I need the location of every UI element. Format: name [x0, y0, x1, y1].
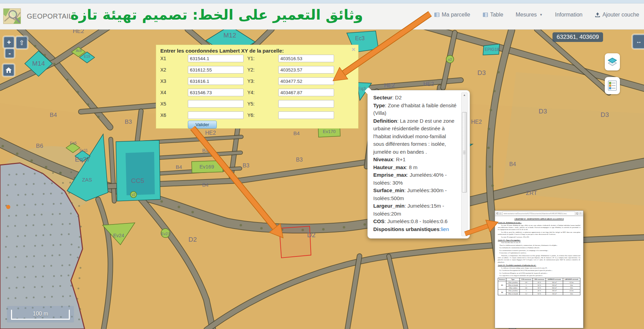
popup-scrollbar[interactable]: ▲	[461, 92, 468, 236]
scrollbar-grip	[463, 151, 465, 154]
dispositions-link[interactable]: lien	[441, 226, 449, 232]
regulation-document-preview[interactable]: C ⌂ www.autaza.ma/DocumentsAUT/Documents…	[495, 210, 583, 328]
zone-label-ZRT: ZRT	[526, 190, 537, 196]
article-paragraph: -Le Coefficient d'occupation du Sol (COS…	[499, 270, 580, 272]
y-label: Y6:	[247, 112, 255, 118]
x-label: X5	[160, 101, 166, 107]
y3-input[interactable]	[278, 77, 334, 85]
zone-label-EPIG18: EPIG18	[485, 47, 499, 52]
x-label: X4	[160, 90, 166, 95]
menu-ma-parcelle[interactable]: Ma parcelle	[434, 12, 470, 18]
zone-label-D2: D2	[307, 231, 315, 239]
y5-input[interactable]	[278, 100, 334, 108]
article-paragraph: La zone D (zone d'habitat de type villa)…	[498, 224, 580, 231]
menu-table[interactable]: Table	[483, 12, 503, 18]
zone-label-M12: M12	[224, 32, 236, 39]
valider-button[interactable]: Valider	[188, 121, 217, 129]
coordinate-row-5: X5Y5:	[156, 100, 358, 108]
article-heading: Article 25 : Types d'occupation :	[498, 239, 580, 241]
zone-label-Eq5: Eq5	[70, 141, 77, 145]
layers-button[interactable]	[605, 53, 620, 70]
zone-label-v2: v2	[132, 193, 136, 197]
table-grid-icon	[434, 12, 440, 18]
home-icon-small: ⌂	[500, 212, 501, 215]
scrollbar-thumb[interactable]	[462, 112, 467, 193]
menu-information[interactable]: Information	[555, 12, 582, 18]
top-bar: GEOPORTAIL وثائق التعمير على الخط: تصميم…	[0, 0, 644, 30]
y1-input[interactable]	[278, 55, 334, 62]
coordinate-row-1: X1Y1:	[156, 55, 358, 63]
zoom-in-button[interactable]: +	[3, 36, 14, 48]
zone-label-B3: B3	[296, 157, 303, 163]
url-bar: www.autaza.ma/DocumentsAUT/DocumentsUrba…	[502, 211, 575, 216]
zone-label-Ev24: Ev24	[113, 233, 124, 238]
zone-label-Ec3: Ec3	[355, 35, 365, 41]
zone-label-B4: B4	[509, 161, 516, 167]
home-button[interactable]	[3, 64, 14, 76]
zone-label-CC5: CC5	[131, 177, 144, 184]
panel-resize-button[interactable]: ↔	[632, 34, 644, 49]
info-field: Type: Zone d'habitat à faible densité (V…	[373, 102, 458, 117]
article-heading: Article 24 : Définition de la zone :	[498, 222, 580, 224]
menu-label: Information	[555, 12, 582, 18]
zone-label-Ac8: Ac8	[76, 49, 82, 53]
menu-ajouter-couche[interactable]: Ajouter couche	[595, 12, 639, 18]
zone-label-D2: D2	[189, 236, 197, 243]
close-icon[interactable]: ×	[352, 46, 355, 53]
dialog-title: Entrer les coordonnées Lambert XY de la …	[160, 48, 284, 54]
sector-info-popup: Secteur: D2Type: Zone d'habitat à faible…	[367, 90, 470, 239]
zone-label-HE2: HE2	[423, 81, 434, 87]
zone-label-B4: B4	[50, 112, 57, 118]
zone-label-Ev170: Ev170	[323, 129, 336, 134]
selected-parcel-outline[interactable]	[279, 226, 311, 258]
info-field: Surface_min: Jumelées:300m - Isolées:500…	[373, 187, 458, 202]
y4-input[interactable]	[278, 89, 334, 96]
menu-label: Ajouter couche	[602, 12, 639, 18]
info-field: COS: Jumelées:0.8 - Isolées:0.6	[373, 218, 458, 226]
pan-north-button[interactable]: ⇧	[16, 36, 28, 49]
coordinate-row-3: X3Y3:	[156, 77, 358, 86]
menu-label: Table	[490, 12, 503, 18]
zoom-out-button[interactable]: -	[5, 48, 14, 58]
x-label: X3	[160, 78, 166, 84]
orange-marker	[6, 205, 10, 209]
scale-bar-label: 100 m	[11, 310, 70, 320]
layers-icon	[608, 57, 617, 66]
y6-input[interactable]	[278, 111, 334, 119]
legend-button[interactable]	[605, 77, 620, 94]
coordinate-row-4: X4Y4:	[156, 89, 358, 97]
upload-icon	[595, 12, 600, 18]
coordinates-dialog: Entrer les coordonnées Lambert XY de la …	[156, 45, 358, 129]
y-label: Y4:	[247, 90, 255, 95]
x4-input[interactable]	[188, 89, 244, 96]
zone-label-v2: v2	[448, 57, 452, 62]
x5-input[interactable]	[188, 100, 244, 108]
zone-label-D3: D3	[539, 108, 547, 115]
menu-label: Mesures	[516, 12, 537, 18]
menu-mesures[interactable]: Mesures ▼	[516, 12, 543, 18]
y-label: Y3:	[247, 78, 255, 84]
zone-label-Ev23: Ev23	[161, 232, 170, 236]
zone-label-B3: B3	[125, 119, 132, 125]
zone-label-HE2: HE2	[205, 130, 216, 136]
x2-input[interactable]	[188, 66, 244, 74]
scroll-up-icon[interactable]: ▲	[462, 94, 467, 97]
article-paragraph: -Les superficies et les largeurs minimal…	[499, 275, 580, 277]
x6-input[interactable]	[188, 111, 244, 119]
coordinate-row-2: X2Y2:	[156, 66, 358, 74]
y2-input[interactable]	[278, 66, 334, 74]
x3-input[interactable]	[188, 77, 244, 85]
page-title-arabic: وثائق التعمير على الخط: تصميم تهيئة تازة	[65, 1, 368, 28]
info-field: Dispositions urbanistiques:lien	[373, 226, 458, 233]
coordinate-row-6: X6Y6:	[156, 111, 358, 120]
zone-label-ZAS: ZAS	[82, 177, 92, 183]
y-label: Y2:	[247, 67, 255, 73]
x1-input[interactable]	[188, 55, 244, 62]
document-content: CHAPITRE II : DISPOSITIONS APPLICABLES A…	[495, 216, 583, 297]
article-paragraph: -Les constructions à caractère provisoir…	[499, 250, 580, 252]
article-paragraph: Le tableau ci-dessous indique pour chaqu…	[498, 267, 580, 269]
article-paragraph: Sont interdits dans la zone D :	[498, 242, 580, 244]
table-grid-icon	[483, 12, 488, 18]
zone-label-D3: D3	[477, 69, 486, 76]
x-label: X6	[160, 112, 166, 118]
